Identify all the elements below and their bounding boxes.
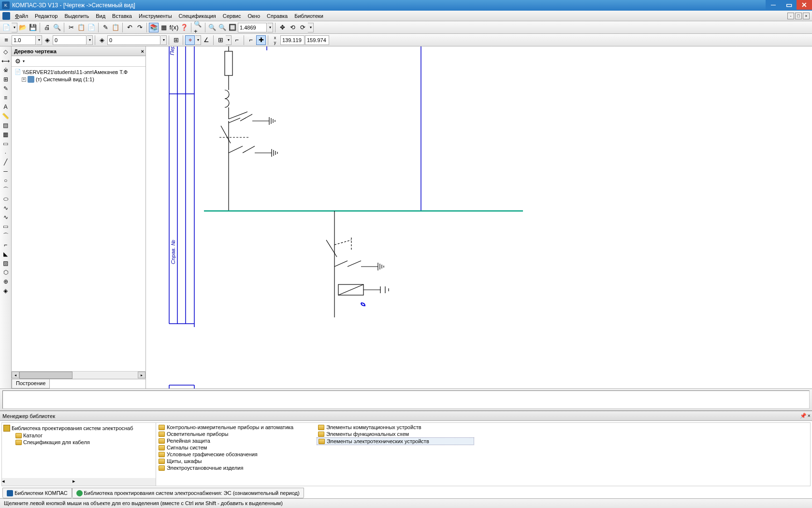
- style1-dropdown[interactable]: ▾: [36, 35, 42, 45]
- library-close-button[interactable]: ×: [808, 413, 811, 419]
- params-tool[interactable]: ≡: [1, 93, 11, 102]
- grid-dropdown[interactable]: ▾: [226, 35, 232, 45]
- mdi-minimize[interactable]: -: [787, 13, 794, 19]
- paste-button[interactable]: 📄: [87, 23, 96, 32]
- print-button[interactable]: 🖨: [42, 23, 52, 32]
- lib-item-commut[interactable]: Элементы коммутационных устройств: [317, 424, 474, 431]
- expand-icon[interactable]: +: [22, 77, 26, 82]
- help-button[interactable]: ❓: [179, 23, 189, 32]
- cut-button[interactable]: ✂: [66, 23, 76, 32]
- menu-service[interactable]: Сервис: [219, 13, 245, 19]
- lib-tree-root[interactable]: Библиотека проектирования систем электро…: [3, 424, 154, 432]
- menu-insert[interactable]: Вставка: [109, 13, 135, 19]
- copy-button[interactable]: 📋: [76, 23, 86, 32]
- zoom-prev-button[interactable]: 🔍: [218, 23, 227, 32]
- preview-button[interactable]: 🔍: [52, 23, 62, 32]
- lib-item-install[interactable]: Электроустановочные изделия: [157, 464, 315, 471]
- line-style-button[interactable]: ≡: [1, 35, 11, 45]
- polygon-tool[interactable]: ⬡: [1, 268, 11, 277]
- new-dropdown[interactable]: ▾: [12, 23, 17, 32]
- mdi-close[interactable]: ×: [803, 13, 810, 19]
- copy-props-button[interactable]: 📋: [111, 23, 120, 32]
- segment-tool[interactable]: ─: [1, 167, 11, 176]
- menu-edit[interactable]: Редактор: [31, 13, 61, 19]
- lib-item-kip[interactable]: Контрольно-измерительные приборы и автом…: [157, 424, 315, 431]
- hatch-tool[interactable]: ▨: [1, 259, 11, 268]
- spline-tool[interactable]: ∿: [1, 204, 11, 212]
- variables-button[interactable]: f(x): [169, 23, 179, 32]
- menu-view[interactable]: Вид: [92, 13, 109, 19]
- rebuild-button[interactable]: ⟲: [288, 23, 297, 32]
- bezier-tool[interactable]: ∿: [1, 213, 11, 222]
- tree-child-item[interactable]: + (т) Системный вид (1:1): [13, 75, 144, 83]
- tree-config-button[interactable]: ⚙: [13, 57, 23, 66]
- menu-libs[interactable]: Библиотеки: [291, 13, 327, 19]
- tree-root-item[interactable]: 📄 \\SERVER21\students\11-эпп\Амекачев Т.…: [13, 68, 144, 75]
- library-tab-kompas[interactable]: Библиотеки КОМПАС: [2, 488, 72, 498]
- coord-button[interactable]: ✚: [256, 35, 266, 45]
- tree-close-button[interactable]: ×: [141, 48, 144, 54]
- coord-x-input[interactable]: [280, 35, 304, 45]
- menu-file[interactable]: ФФайлайл: [12, 13, 31, 19]
- library-manager-button[interactable]: 📚: [149, 23, 159, 32]
- lib-item-func[interactable]: Элементы функциональных схем: [317, 431, 474, 437]
- close-button[interactable]: ✕: [797, 0, 812, 10]
- zoom-fit-button[interactable]: 🔲: [228, 23, 237, 32]
- equidist-tool[interactable]: ⊕: [1, 277, 11, 286]
- save-button[interactable]: 💾: [28, 23, 38, 32]
- new-button[interactable]: 📄: [1, 23, 11, 32]
- menu-window[interactable]: Окно: [244, 13, 263, 19]
- contour-tool[interactable]: ◈: [1, 286, 11, 295]
- tree-tab-build[interactable]: Построение: [12, 379, 50, 388]
- layer-input[interactable]: [107, 35, 160, 45]
- fillet-tool[interactable]: ⌐: [1, 240, 11, 249]
- lib-scroll-right[interactable]: ▸: [72, 478, 75, 486]
- zoom-window-button[interactable]: 🔍: [207, 23, 217, 32]
- ellipse-tool[interactable]: ⬭: [1, 194, 11, 203]
- text-tool[interactable]: A: [1, 103, 11, 111]
- minimize-button[interactable]: ─: [766, 0, 781, 10]
- angle-snap-button[interactable]: ∠: [202, 35, 211, 45]
- move-button[interactable]: ✥: [277, 23, 287, 32]
- local-cs-button[interactable]: ⌐: [246, 35, 256, 45]
- measure-tool[interactable]: 📏: [1, 112, 11, 120]
- maximize-button[interactable]: ▭: [781, 0, 797, 10]
- style2-dropdown[interactable]: ▾: [87, 35, 93, 45]
- tree-hscroll[interactable]: ◂▸: [12, 371, 145, 379]
- circle-tool[interactable]: ○: [1, 176, 11, 185]
- lib-item-osveti[interactable]: Осветительные приборы: [157, 431, 315, 437]
- lib-item-ugo[interactable]: Условные графические обозначения: [157, 451, 315, 458]
- layer-button[interactable]: ◈: [43, 35, 52, 45]
- menu-spec[interactable]: Спецификация: [175, 13, 219, 19]
- snap-end-button[interactable]: ⌖: [185, 35, 195, 45]
- zoom-in-button[interactable]: 🔍+: [193, 23, 203, 32]
- lib-item-panels[interactable]: Щиты, шкафы: [157, 458, 315, 464]
- lib-item-signals[interactable]: Сигналы систем: [157, 444, 315, 451]
- undo-button[interactable]: ↶: [125, 23, 134, 32]
- menu-help[interactable]: Справка: [263, 13, 291, 19]
- zoom-dropdown[interactable]: ▾: [267, 23, 273, 32]
- coord-y-input[interactable]: [305, 35, 329, 45]
- curve-tool[interactable]: ⌒: [1, 231, 11, 240]
- library-tree[interactable]: Библиотека проектирования систем электро…: [1, 423, 156, 486]
- chamfer-tool[interactable]: ◣: [1, 250, 11, 258]
- spec-tool[interactable]: ▤: [1, 121, 11, 130]
- geometry-tool[interactable]: ◇: [1, 47, 11, 56]
- grid-show-button[interactable]: ⊞: [216, 35, 225, 45]
- ortho-button[interactable]: ⌐: [232, 35, 242, 45]
- open-button[interactable]: 📂: [18, 23, 28, 32]
- dimensions-tool[interactable]: ⟷: [1, 57, 11, 65]
- zoom-input[interactable]: [238, 23, 267, 32]
- report-tool[interactable]: ▦: [1, 130, 11, 139]
- point-tool[interactable]: ·: [1, 149, 11, 157]
- style1-input[interactable]: [12, 35, 36, 45]
- signs-tool[interactable]: ※: [1, 66, 11, 75]
- library-pin-button[interactable]: 📌: [800, 413, 807, 419]
- lib-tree-spec[interactable]: Спецификация для кабеля: [3, 439, 154, 446]
- axes-tool[interactable]: ⊞: [1, 75, 11, 84]
- lib-item-relay[interactable]: Релейная защита: [157, 437, 315, 444]
- library-tab-es[interactable]: Библиотека проектирования систем электро…: [72, 488, 304, 498]
- snap-button[interactable]: ⊞: [171, 35, 181, 45]
- menu-tools[interactable]: Инструменты: [135, 13, 175, 19]
- drawing-canvas[interactable]: Пер Справ. №: [146, 46, 812, 388]
